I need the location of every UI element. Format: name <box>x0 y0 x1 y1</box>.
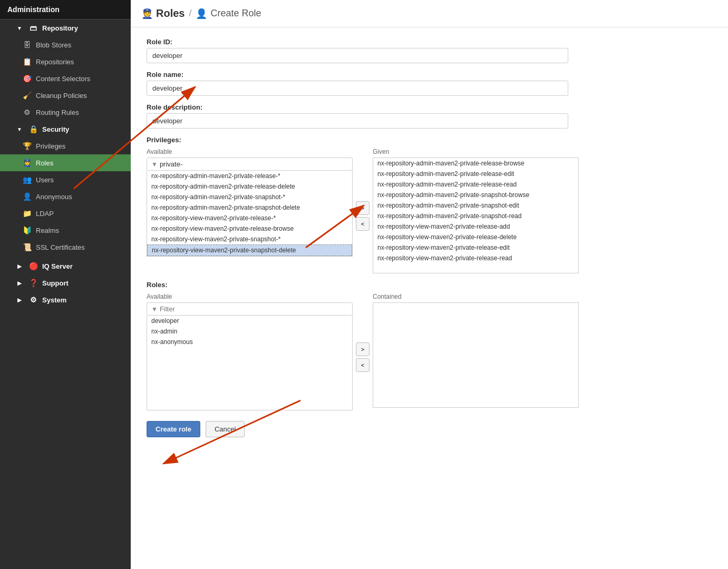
sidebar-item-anonymous[interactable]: 👤 Anonymous <box>0 188 131 205</box>
sidebar-item-system[interactable]: ▶ ⚙ System <box>0 291 131 308</box>
list-item[interactable]: nx-anonymous <box>147 337 352 347</box>
sidebar-item-support[interactable]: ▶ ❓ Support <box>0 274 131 291</box>
list-item: nx-repository-view-maven2-private-releas… <box>373 221 578 232</box>
list-item[interactable]: nx-repository-view-maven2-private-snapsh… <box>147 234 352 244</box>
sidebar-item-content-selectors[interactable]: 🎯 Content Selectors <box>0 70 131 87</box>
list-item-selected[interactable]: nx-repository-view-maven2-private-snapsh… <box>147 244 352 256</box>
breadcrumb: 👮 Roles / 👤 Create Role <box>131 0 728 27</box>
privileges-available-list[interactable]: nx-repository-admin-maven2-private-relea… <box>147 171 353 257</box>
roles-contained-box: Contained <box>373 293 579 408</box>
sidebar-item-repositories[interactable]: 📋 Repositories <box>0 53 131 70</box>
roles-contained-list[interactable] <box>373 302 579 408</box>
support-icon: ❓ <box>28 279 38 287</box>
users-icon: 👥 <box>22 175 32 184</box>
ssl-icon: 📜 <box>22 243 32 251</box>
privileges-given-label: Given <box>373 148 579 155</box>
list-item[interactable]: nx-repository-view-maven2-private-releas… <box>147 213 352 223</box>
action-buttons: Create role Cancel <box>147 421 712 453</box>
sidebar-item-routing-rules[interactable]: ⚙ Routing Rules <box>0 104 131 121</box>
privileges-filter-wrap: ▼ <box>147 158 353 171</box>
chevron-down-icon: ▼ <box>15 25 24 31</box>
chevron-down-security-icon: ▼ <box>15 126 24 132</box>
sidebar-header: Administration <box>0 0 131 19</box>
role-name-group: Role name: <box>147 71 712 96</box>
sidebar-item-ssl-certificates[interactable]: 📜 SSL Certificates <box>0 239 131 256</box>
list-item[interactable]: nx-repository-admin-maven2-private-snaps… <box>147 192 352 202</box>
privileges-available-box: Available ▼ nx-repository-admin-maven2-p… <box>147 148 353 257</box>
roles-move-right-button[interactable]: > <box>356 342 370 356</box>
list-item[interactable]: nx-repository-admin-maven2-private-snaps… <box>147 202 352 213</box>
list-item: nx-repository-view-maven2-private-releas… <box>373 242 578 253</box>
role-desc-input[interactable] <box>147 113 568 129</box>
anonymous-icon: 👤 <box>22 192 32 201</box>
chevron-right-support-icon: ▶ <box>15 280 24 286</box>
roles-filter-wrap: ▼ <box>147 302 353 316</box>
list-item: nx-repository-admin-maven2-private-snaps… <box>373 211 578 221</box>
sidebar-item-repository[interactable]: ▼ 🗃 Repository <box>0 19 131 36</box>
sidebar-item-blob-stores[interactable]: 🗄 Blob Stores <box>0 36 131 53</box>
security-icon: 🔒 <box>28 125 38 133</box>
roles-group: Roles: Available ▼ developer nx-admin nx… <box>147 281 712 410</box>
move-right-button[interactable]: > <box>356 201 370 215</box>
admin-label: Administration <box>7 5 60 14</box>
sidebar-item-roles[interactable]: 👮 Roles <box>0 154 131 171</box>
privileges-filter-input[interactable] <box>160 160 348 168</box>
sidebar-item-users[interactable]: 👥 Users <box>0 171 131 188</box>
list-item: nx-repository-view-maven2-private-releas… <box>373 232 578 242</box>
sidebar-item-cleanup-policies[interactable]: 🧹 Cleanup Policies <box>0 87 131 104</box>
roles-icon: 👮 <box>22 159 32 167</box>
cleanup-policies-icon: 🧹 <box>22 91 32 100</box>
sidebar-item-ldap[interactable]: 📁 LDAP <box>0 205 131 222</box>
chevron-right-system-icon: ▶ <box>15 297 24 303</box>
roles-filter-icon: ▼ <box>151 306 158 313</box>
list-item: nx-repository-admin-maven2-private-relea… <box>373 158 578 169</box>
form-area: Role ID: Role name: Role description: Pr… <box>131 27 728 464</box>
content-selectors-icon: 🎯 <box>22 74 32 83</box>
main-content: 👮 Roles / 👤 Create Role Role ID: Role na… <box>131 0 728 569</box>
roles-transfer: Available ▼ developer nx-admin nx-anonym… <box>147 293 579 410</box>
breadcrumb-roles[interactable]: 👮 Roles <box>141 7 185 19</box>
list-item: nx-repository-admin-maven2-private-relea… <box>373 179 578 190</box>
sidebar-item-security[interactable]: ▼ 🔒 Security <box>0 121 131 138</box>
sidebar-item-iq-server[interactable]: ▶ 🔴 IQ Server <box>0 258 131 274</box>
list-item[interactable]: nx-repository-view-maven2-private-releas… <box>147 223 352 234</box>
cancel-button[interactable]: Cancel <box>206 421 245 437</box>
list-item[interactable]: nx-repository-admin-maven2-private-relea… <box>147 181 352 192</box>
repositories-icon: 📋 <box>22 57 32 66</box>
role-desc-label: Role description: <box>147 103 712 111</box>
iq-server-icon: 🔴 <box>28 262 38 270</box>
ldap-icon: 📁 <box>22 209 32 218</box>
role-name-input[interactable] <box>147 81 568 96</box>
realms-icon: 🔰 <box>22 226 32 234</box>
breadcrumb-create-role: 👤 Create Role <box>196 8 261 19</box>
list-item[interactable]: nx-repository-admin-maven2-private-relea… <box>147 171 352 181</box>
breadcrumb-separator: / <box>189 8 191 19</box>
roles-filter-input[interactable] <box>160 305 348 313</box>
privileges-group: Privileges: Available ▼ nx-repository-ad… <box>147 136 712 273</box>
privileges-icon: 🏆 <box>22 142 32 150</box>
sidebar-item-realms[interactable]: 🔰 Realms <box>0 222 131 239</box>
roles-available-list[interactable]: developer nx-admin nx-anonymous <box>147 316 353 410</box>
list-item: nx-repository-view-maven2-private-releas… <box>373 253 578 263</box>
privileges-transfer: Available ▼ nx-repository-admin-maven2-p… <box>147 148 579 273</box>
privileges-given-list[interactable]: nx-repository-admin-maven2-private-relea… <box>373 158 579 273</box>
privileges-given-box: Given nx-repository-admin-maven2-private… <box>373 148 579 273</box>
roles-breadcrumb-icon: 👮 <box>141 8 153 19</box>
role-id-group: Role ID: <box>147 38 712 63</box>
system-icon: ⚙ <box>28 296 38 304</box>
sidebar-item-privileges[interactable]: 🏆 Privileges <box>0 138 131 154</box>
list-item[interactable]: nx-admin <box>147 326 352 337</box>
create-role-button[interactable]: Create role <box>147 421 200 437</box>
chevron-right-iq-icon: ▶ <box>15 263 24 269</box>
blob-stores-icon: 🗄 <box>22 41 32 49</box>
sidebar-section-repository: ▼ 🗃 Repository 🗄 Blob Stores 📋 Repositor… <box>0 19 131 121</box>
routing-rules-icon: ⚙ <box>22 108 32 116</box>
sidebar: Administration ▼ 🗃 Repository 🗄 Blob Sto… <box>0 0 131 569</box>
role-id-input[interactable] <box>147 48 568 63</box>
list-item: nx-repository-admin-maven2-private-relea… <box>373 169 578 179</box>
list-item[interactable]: developer <box>147 316 352 326</box>
list-item: nx-repository-admin-maven2-private-snaps… <box>373 200 578 211</box>
roles-available-label: Available <box>147 293 353 300</box>
move-left-button[interactable]: < <box>356 217 370 231</box>
roles-move-left-button[interactable]: < <box>356 358 370 372</box>
